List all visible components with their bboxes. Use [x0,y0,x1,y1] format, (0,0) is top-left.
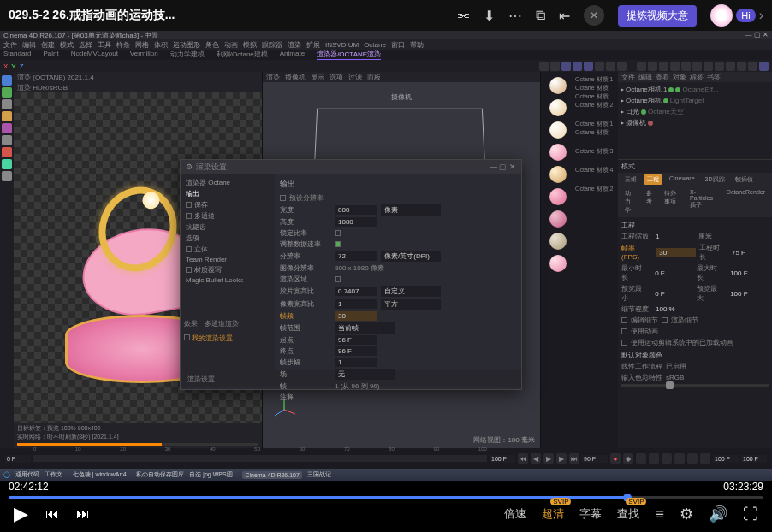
dialog-main[interactable]: 输出 预设分辨率 宽度像素 高度 锁定比率 调整数据速率 分辨率像素/英寸(DP… [275,174,521,370]
render-panel-sub[interactable]: 渲染 HDR/sRGB [14,82,262,92]
timeline[interactable]: 0 F 0102030405060708090100 100 F ⏮ ◀ ▶ ▶… [0,448,772,469]
more-icon[interactable]: ⋯ [508,8,522,24]
timeline-track[interactable]: 0102030405060708090100 [33,455,487,462]
attr-slider[interactable] [621,384,769,387]
summary-button[interactable]: 提炼视频大意 [618,5,697,27]
render-settings-dialog: ⚙ 渲染设置 — ▢ ✕ 渲染器 Octane 输出 保存 多通道 抗锯齿 选项… [180,159,522,390]
render-status: 目标标签：预览 100% 900x406 实时网络：时不时刷新(8秒) [202… [14,423,262,448]
play-button[interactable]: ▶ [14,503,28,525]
record-icon[interactable]: ● [610,453,621,464]
video-progress[interactable] [9,496,763,499]
avatar-image [710,4,733,27]
download-icon[interactable]: ⬇ [484,8,495,24]
width-input[interactable] [335,205,377,215]
playlist-icon[interactable]: ≡ [655,505,664,523]
object-manager-header[interactable]: 文件编辑查看对象标签书签 [618,72,772,82]
next-frame-icon[interactable]: ▶ [556,453,567,464]
render-panel-header: 渲染 (OCTANE) 2021.1.4 [14,72,262,82]
attribute-manager[interactable]: 模式 三维工程Cineware3D跟踪帧插值 动力学参考待办事项X-Partic… [618,159,772,390]
os-taskbar[interactable]: ◯ 通用代码...工作文... 七色糖 | windowArt4... 私の自动… [0,469,772,481]
video-time-total: 03:23:29 [723,481,763,493]
height-input[interactable] [335,217,377,227]
volume-icon[interactable]: 🔊 [709,505,727,523]
hi-badge: Hi [736,9,755,22]
goto-end-icon[interactable]: ⏭ [569,453,579,464]
dialog-sidebar[interactable]: 渲染器 Octane 输出 保存 多通道 抗锯齿 选项 立体 Team Rend… [181,174,275,370]
avatar[interactable]: Hi › [710,4,763,27]
left-toolbar[interactable] [0,72,14,448]
settings-icon: ⚙ [186,163,193,171]
axis-y[interactable]: Y [11,62,15,70]
viewport-camera-label: 摄像机 [391,92,412,102]
main-toolbar[interactable]: X Y Z [0,60,772,72]
prev-button[interactable]: ⏮ [45,506,59,522]
app-menubar[interactable]: 文件编辑创建模式选择工具样条网格体积运动图形角色动画模拟跟踪器渲染扩展INSVD… [0,39,772,50]
pip-icon[interactable]: ⧉ [536,8,545,23]
viewport-info: 网络视图：100 毫米 [473,435,535,445]
close-button[interactable]: ✕ [584,5,604,26]
prev-frame-icon[interactable]: ◀ [531,453,541,464]
fullscreen-icon[interactable]: ⛶ [743,505,758,523]
axis-z[interactable]: Z [20,62,24,70]
axis-x[interactable]: X [3,62,8,70]
resolution-input[interactable] [335,251,377,261]
search-option[interactable]: 查找SVIP [617,506,639,522]
speed-option[interactable]: 倍速 [504,506,526,522]
video-time-current: 02:42:12 [9,481,49,493]
viewport-menu[interactable]: 渲染摄像机显示选项过滤面板 [263,72,540,82]
video-title: 029.5-2 26.戒指动画的运动技... [9,8,175,23]
dialog-titlebar[interactable]: ⚙ 渲染设置 — ▢ ✕ [181,160,521,174]
app-titlebar: Cinema 4D R26.107 - [第03单元渲染师cha8] - 中景 … [0,31,772,39]
settings-icon[interactable]: ⚙ [680,505,693,523]
svg-line-2 [275,410,284,416]
quality-option[interactable]: 超清SVIP [542,506,564,522]
share-icon[interactable]: ⫘ [456,8,470,23]
fps-input[interactable] [335,311,377,321]
material-browser[interactable] [541,72,575,448]
goto-start-icon[interactable]: ⏮ [518,453,528,464]
svg-line-0 [284,410,295,414]
chevron-right-icon: › [759,8,763,23]
object-tree[interactable]: ▸Octane相机 1OctaneEff... ▸Octane相机LightTa… [618,82,772,159]
key-icon[interactable]: ◆ [623,453,633,464]
subtitle-option[interactable]: 字幕 [579,506,602,522]
layout-tabs[interactable]: StandardPaintNodeMVLayoutVermilion动力学建模利… [0,50,772,60]
next-button[interactable]: ⏭ [76,506,90,522]
play-icon[interactable]: ▶ [543,453,554,464]
collapse-icon[interactable]: ⇤ [559,8,570,24]
